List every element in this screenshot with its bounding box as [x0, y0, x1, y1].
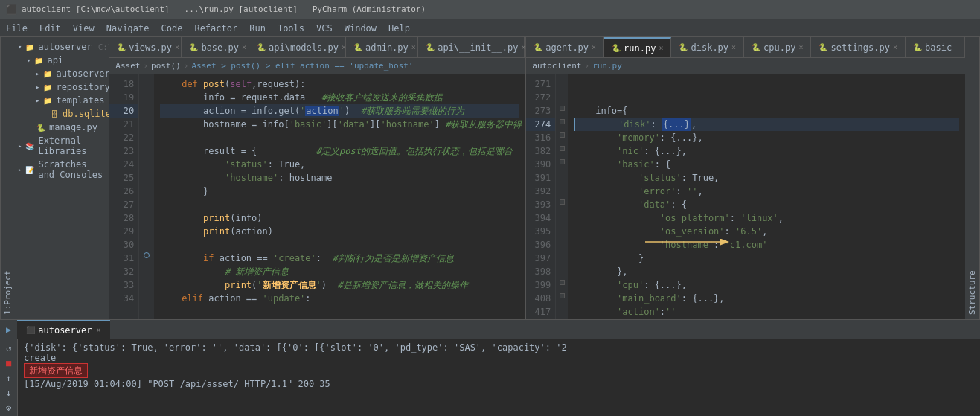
- menu-vcs[interactable]: VCS: [316, 23, 333, 33]
- tab-models[interactable]: 🐍 api\models.py ×: [249, 37, 346, 57]
- tab-admin-close[interactable]: ×: [411, 43, 416, 51]
- tree-item-external-libs[interactable]: ▸ 📚 External Libraries: [15, 134, 109, 158]
- rcode-408: 'main_board': {...},: [574, 292, 959, 305]
- tab-agent[interactable]: 🐍 agent.py ×: [526, 37, 604, 57]
- ln-32: 32: [109, 265, 138, 278]
- tab-base-close[interactable]: ×: [242, 43, 246, 51]
- menu-navigate[interactable]: Navigate: [106, 23, 150, 33]
- right-gutter: [556, 74, 568, 319]
- tree-item-autoserver-sub[interactable]: ▸ 📁 autoserver: [15, 67, 109, 80]
- code-line-27: [160, 198, 519, 211]
- left-breadcrumb: Asset › post() › Asset > post() > elif a…: [109, 58, 525, 74]
- menu-window[interactable]: Window: [345, 23, 377, 33]
- menu-edit[interactable]: Edit: [39, 23, 61, 33]
- rln-316: 316: [526, 131, 555, 144]
- ln-29: 29: [109, 225, 138, 238]
- window-title-bar: ⬛ autoclient [C:\mcw\autoclient] - ...\r…: [0, 0, 980, 19]
- left-editor-content[interactable]: 18 19 20 21 22 23 24 25 26 27 28 29: [109, 74, 525, 319]
- run-icon: ▶: [6, 324, 11, 335]
- tab-init[interactable]: 🐍 api\__init__.py ×: [418, 37, 525, 57]
- tab-views-close[interactable]: ×: [175, 43, 179, 51]
- breadcrumb-autoclient[interactable]: autoclient: [532, 61, 581, 71]
- right-editor-panel: 🐍 agent.py × 🐍 run.py × 🐍 disk.py ×: [526, 37, 965, 319]
- tab-init-close[interactable]: ×: [522, 43, 525, 51]
- right-code-lines[interactable]: info={ 'disk': {...}, 'memory': {...}, '…: [568, 74, 965, 319]
- run-toolbar: ↺ ■ ↑ ↓ ⚙: [0, 339, 18, 416]
- tree-label-db: db.sqlite3: [63, 109, 109, 119]
- tab-cpu-label: cpu.py: [763, 42, 795, 53]
- rln-272: 272: [526, 91, 555, 104]
- right-breadcrumb: autoclient › run.py: [526, 58, 965, 74]
- tree-item-db[interactable]: 🗄 db.sqlite3: [15, 107, 109, 121]
- tab-admin-label: admin.py: [365, 42, 409, 53]
- expand-icon-ext: ▸: [18, 142, 22, 150]
- tree-item-templates[interactable]: ▸ 📁 templates: [15, 94, 109, 107]
- stop-button[interactable]: ■: [3, 357, 15, 369]
- ln-18: 18: [109, 77, 138, 91]
- tab-base[interactable]: 🐍 base.py ×: [182, 37, 249, 57]
- rerun-button[interactable]: ↺: [3, 342, 15, 354]
- tab-disk[interactable]: 🐍 disk.py ×: [671, 37, 744, 57]
- rcode-393: 'data': {: [574, 198, 959, 211]
- app-icon: ⬛: [6, 4, 17, 15]
- menu-code[interactable]: Code: [161, 23, 183, 33]
- menu-run[interactable]: Run: [249, 23, 266, 33]
- code-line-28: print(info): [160, 211, 519, 225]
- breadcrumb-sep-right: ›: [585, 61, 590, 71]
- tab-cpu-close[interactable]: ×: [798, 43, 803, 51]
- tab-disk-icon: 🐍: [679, 43, 688, 51]
- structure-panel-label[interactable]: Structure: [965, 37, 980, 319]
- right-editor-content[interactable]: 271 272 273 274 316 382 390 391 392 393 …: [526, 74, 965, 319]
- ln-28: 28: [109, 211, 138, 225]
- menu-refactor[interactable]: Refactor: [194, 23, 237, 33]
- tab-agent-close[interactable]: ×: [592, 43, 596, 51]
- tab-runpy[interactable]: 🐍 run.py ×: [604, 37, 671, 57]
- project-panel-label[interactable]: 1:Project: [0, 37, 15, 319]
- tree-item-repository[interactable]: ▸ 📁 repository: [15, 80, 109, 94]
- rln-398: 398: [526, 265, 555, 278]
- run-tab-close[interactable]: ×: [96, 326, 100, 334]
- run-output-line-2: create: [24, 353, 974, 363]
- menu-tools[interactable]: Tools: [278, 23, 304, 33]
- breadcrumb-runpy[interactable]: run.py: [592, 61, 622, 71]
- breadcrumb-post[interactable]: post(): [151, 61, 181, 71]
- menu-view[interactable]: View: [73, 23, 95, 33]
- tab-runpy-label: run.py: [624, 43, 656, 54]
- tab-models-icon: 🐍: [257, 43, 266, 51]
- tab-base-icon: 🐍: [189, 43, 198, 51]
- menu-file[interactable]: File: [6, 23, 28, 33]
- tree-item-managepy[interactable]: 🐍 manage.py: [15, 121, 109, 134]
- tab-cpu-icon: 🐍: [752, 43, 760, 51]
- db-icon: [36, 109, 46, 119]
- breadcrumb-current[interactable]: Asset > post() > elif action == 'update_…: [191, 61, 413, 71]
- tab-cpu[interactable]: 🐍 cpu.py ×: [744, 37, 811, 57]
- left-code-lines[interactable]: def post(self,request): info = request.d…: [154, 74, 525, 319]
- settings-run-button[interactable]: ⚙: [3, 402, 15, 414]
- run-output: {'disk': {'status': True, 'error': '', '…: [18, 339, 980, 416]
- rln-396: 396: [526, 238, 555, 252]
- rln-395: 395: [526, 225, 555, 238]
- tree-item-scratches[interactable]: ▸ 📝 Scratches and Consoles: [15, 158, 109, 182]
- scroll-down-button[interactable]: ↓: [3, 387, 15, 399]
- breadcrumb-asset[interactable]: Asset: [115, 61, 140, 71]
- expand-icon-autoserver-sub: ▸: [36, 70, 39, 77]
- left-editor-area: 18 19 20 21 22 23 24 25 26 27 28 29: [109, 74, 525, 319]
- tab-runpy-close[interactable]: ×: [659, 44, 663, 52]
- tab-disk-close[interactable]: ×: [731, 43, 736, 51]
- code-line-18: def post(self,request):: [160, 77, 519, 91]
- tab-admin[interactable]: 🐍 admin.py ×: [346, 37, 418, 57]
- right-tab-bar: 🐍 agent.py × 🐍 run.py × 🐍 disk.py ×: [526, 37, 965, 58]
- tree-item-api[interactable]: ▾ 📁 api: [15, 54, 109, 67]
- scroll-up-button[interactable]: ↑: [3, 372, 15, 384]
- path-label: C:\mcw\autose...: [98, 42, 109, 52]
- tab-views[interactable]: 🐍 views.py ×: [109, 37, 182, 57]
- tab-basic[interactable]: 🐍 basic: [906, 37, 965, 57]
- rln-397: 397: [526, 252, 555, 265]
- tab-settings[interactable]: 🐍 settings.py ×: [811, 37, 906, 57]
- run-tab-autoserver[interactable]: ⬛ autoserver ×: [17, 320, 109, 339]
- tab-settings-icon: 🐍: [819, 43, 827, 51]
- tab-settings-close[interactable]: ×: [893, 43, 897, 51]
- menu-help[interactable]: Help: [388, 23, 410, 33]
- tree-item-autoserver[interactable]: ▾ 📁 autoserver C:\mcw\autose...: [15, 40, 109, 54]
- menu-bar: File Edit View Navigate Code Refactor Ru…: [0, 19, 980, 37]
